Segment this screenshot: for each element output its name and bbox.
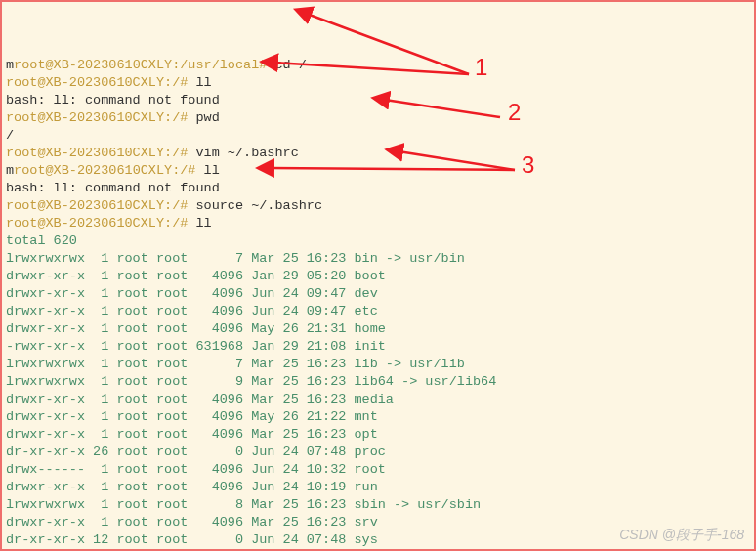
shell-prompt: root@XB-20230610CXLY:/#: [6, 198, 188, 213]
terminal-output[interactable]: mroot@XB-20230610CXLY:/usr/local# cd /ro…: [2, 55, 754, 551]
terminal-line: /: [6, 127, 750, 145]
terminal-line: root@XB-20230610CXLY:/# source ~/.bashrc: [6, 197, 750, 215]
shell-output: total 620: [6, 233, 77, 248]
shell-command: pwd: [188, 110, 219, 125]
shell-output: drwxr-xr-x 1 root root 4096 Mar 25 16:23…: [6, 427, 378, 442]
terminal-line: bash: ll: command not found: [6, 180, 750, 197]
shell-command: ll: [195, 163, 219, 178]
annotation-label-2: 2: [508, 104, 521, 121]
shell-output: bash: ll: command not found: [6, 181, 220, 195]
terminal-line: root@XB-20230610CXLY:/# pwd: [6, 109, 750, 127]
shell-output: drwxr-xr-x 1 root root 4096 May 26 21:31…: [6, 321, 386, 336]
terminal-line: lrwxrwxrwx 1 root root 7 Mar 25 16:23 li…: [6, 356, 750, 373]
shell-output: drwxr-xr-x 1 root root 4096 Mar 25 16:23…: [6, 392, 394, 406]
terminal-line: drwxr-xr-x 1 root root 4096 Jan 29 05:20…: [6, 268, 750, 285]
shell-output: bash: ll: command not found: [6, 93, 220, 107]
shell-output: drwxr-xr-x 1 root root 4096 Jan 29 05:20…: [6, 269, 386, 283]
shell-prompt: root@XB-20230610CXLY:/usr/local#: [14, 58, 267, 72]
shell-prompt: root@XB-20230610CXLY:/#: [6, 75, 188, 90]
shell-output: lrwxrwxrwx 1 root root 8 Mar 25 16:23 sb…: [6, 497, 481, 512]
shell-command: cd /: [267, 58, 307, 72]
terminal-line: drwxr-xr-x 1 root root 4096 May 26 21:22…: [6, 408, 750, 426]
shell-output: lrwxrwxrwx 1 root root 7 Mar 25 16:23 li…: [6, 357, 465, 371]
watermark: CSDN @段子手-168: [619, 526, 744, 543]
terminal-line: root@XB-20230610CXLY:/# ll: [6, 215, 750, 233]
shell-output: -rwxr-xr-x 1 root root 631968 Jan 29 21:…: [6, 339, 386, 354]
terminal-line: mroot@XB-20230610CXLY:/usr/local# cd /: [6, 57, 750, 74]
shell-output: dr-xr-xr-x 26 root root 0 Jun 24 07:48 p…: [6, 445, 386, 459]
terminal-line: lrwxrwxrwx 1 root root 7 Mar 25 16:23 bi…: [6, 250, 750, 268]
shell-command: ll: [188, 216, 211, 231]
terminal-line: drwxr-xr-x 1 root root 4096 Jun 24 10:19…: [6, 479, 750, 496]
terminal-line: lrwxrwxrwx 1 root root 8 Mar 25 16:23 sb…: [6, 496, 750, 514]
shell-command: ll: [188, 75, 211, 90]
terminal-line: dr-xr-xr-x 26 root root 0 Jun 24 07:48 p…: [6, 444, 750, 461]
annotation-label-1: 1: [475, 59, 487, 76]
shell-output: drwxr-xr-x 1 root root 4096 May 26 21:22…: [6, 409, 378, 424]
shell-output: drwxr-xr-x 1 root root 4096 Jun 24 09:47…: [6, 304, 378, 318]
terminal-line: drwxr-xr-x 1 root root 4096 May 26 21:31…: [6, 320, 750, 338]
shell-prompt: root@XB-20230610CXLY:/#: [6, 216, 188, 231]
terminal-line: mroot@XB-20230610CXLY:/# ll: [6, 162, 750, 180]
shell-output: dr-xr-xr-x 12 root root 0 Jun 24 07:48 s…: [6, 532, 378, 547]
shell-command: m: [6, 163, 14, 178]
terminal-line: root@XB-20230610CXLY:/# ll: [6, 74, 750, 92]
shell-output: drwxr-xr-x 1 root root 4096 Jun 24 09:47…: [6, 286, 378, 301]
shell-output: lrwxrwxrwx 1 root root 9 Mar 25 16:23 li…: [6, 374, 496, 389]
shell-prompt: root@XB-20230610CXLY:/#: [6, 110, 188, 125]
terminal-line: drwxr-xr-x 1 root root 4096 Mar 25 16:23…: [6, 426, 750, 444]
terminal-line: drwx------ 1 root root 4096 Jun 24 10:32…: [6, 461, 750, 479]
terminal-line: -rwxr-xr-x 1 root root 631968 Jan 29 21:…: [6, 338, 750, 356]
shell-output: /: [6, 128, 14, 143]
terminal-line: lrwxrwxrwx 1 root root 9 Mar 25 16:23 li…: [6, 373, 750, 391]
shell-command: vim ~/.bashrc: [188, 146, 298, 160]
shell-command: source ~/.bashrc: [188, 198, 322, 213]
terminal-line: drwxr-xr-x 1 root root 4096 Jun 24 09:47…: [6, 303, 750, 320]
terminal-line: drwxr-xr-x 1 root root 4096 Mar 25 16:23…: [6, 391, 750, 408]
shell-command: m: [6, 58, 14, 72]
terminal-line: drwxr-xr-x 1 root root 4096 Jun 24 09:47…: [6, 285, 750, 303]
shell-prompt: root@XB-20230610CXLY:/#: [6, 146, 188, 160]
shell-prompt: root@XB-20230610CXLY:/#: [14, 163, 195, 178]
terminal-line: bash: ll: command not found: [6, 92, 750, 109]
shell-output: lrwxrwxrwx 1 root root 7 Mar 25 16:23 bi…: [6, 251, 465, 266]
shell-output: drwxr-xr-x 1 root root 4096 Jun 24 10:19…: [6, 480, 378, 494]
annotation-label-3: 3: [522, 156, 534, 174]
terminal-line: root@XB-20230610CXLY:/# vim ~/.bashrc: [6, 145, 750, 162]
terminal-line: total 620: [6, 233, 750, 250]
shell-output: drwxr-xr-x 1 root root 4096 Mar 25 16:23…: [6, 515, 378, 530]
shell-output: drwx------ 1 root root 4096 Jun 24 10:32…: [6, 462, 386, 477]
